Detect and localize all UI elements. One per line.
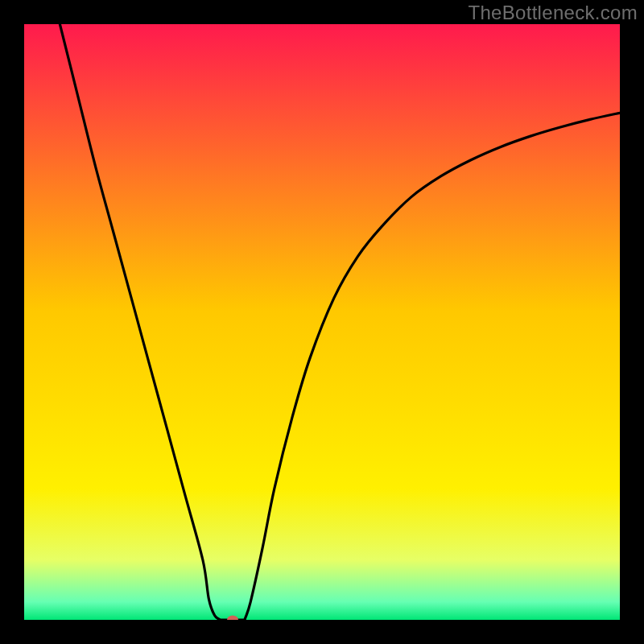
plot-area bbox=[24, 24, 620, 620]
chart-frame: TheBottleneck.com bbox=[0, 0, 644, 644]
gradient-background bbox=[24, 24, 620, 620]
watermark-text: TheBottleneck.com bbox=[468, 2, 638, 24]
chart-svg bbox=[24, 24, 620, 620]
